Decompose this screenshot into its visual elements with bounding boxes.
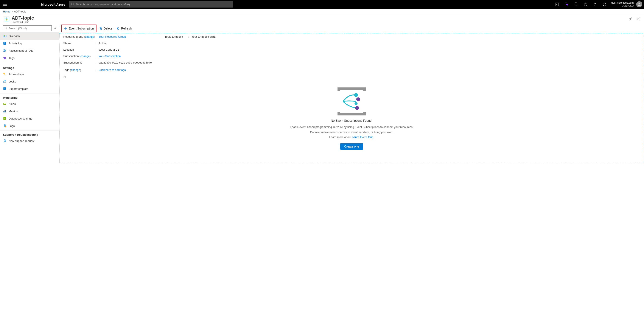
svg-point-58 <box>354 102 358 105</box>
sidebar-section-support: Support + troubleshooting <box>0 130 59 137</box>
essentials-sub-label: Subscription <box>63 54 79 58</box>
settings-gear-icon[interactable] <box>581 0 590 8</box>
essentials-location-value: West Central US <box>99 48 120 51</box>
overview-icon <box>3 34 6 38</box>
collapse-sidebar-icon[interactable] <box>53 26 57 30</box>
svg-line-20 <box>629 20 630 20</box>
empty-state-title: No Event Subscriptions Found! <box>276 119 427 122</box>
sidebar-item-export-template[interactable]: Export template <box>0 85 59 92</box>
essentials-rg-value[interactable]: Your-Resource-Group <box>99 35 126 38</box>
chevron-right-icon: › <box>12 10 13 13</box>
svg-point-57 <box>356 97 360 101</box>
cmd-label: Refresh <box>121 27 132 30</box>
sidebar-item-access-keys[interactable]: Access keys <box>0 70 59 78</box>
svg-rect-51 <box>100 28 102 30</box>
feedback-icon[interactable] <box>600 0 609 8</box>
empty-state-text-2: Connect native event sources to event ha… <box>276 130 427 134</box>
sidebar-item-label: Activity log <box>8 42 22 45</box>
essentials-endpoint-value: Your-Endpoint-URL <box>192 35 216 38</box>
svg-line-24 <box>6 29 7 29</box>
pin-icon[interactable] <box>628 16 633 22</box>
sidebar-item-alerts[interactable]: Alerts <box>0 100 59 108</box>
sidebar-item-label: Locks <box>8 80 16 83</box>
activity-log-icon <box>3 42 6 45</box>
breadcrumb: Home › ADT-topic <box>0 8 644 14</box>
help-icon[interactable] <box>590 0 599 8</box>
sidebar-search[interactable] <box>3 26 52 31</box>
delete-button[interactable]: Delete <box>97 25 114 32</box>
sidebar-item-label: Metrics <box>8 110 18 113</box>
brand-label[interactable]: Microsoft Azure <box>41 2 65 6</box>
highlight-annotation: Event Subscription <box>62 24 96 32</box>
essentials-location-label: Location <box>63 48 96 51</box>
sidebar-item-label: Diagnostic settings <box>8 117 32 120</box>
svg-rect-43 <box>4 110 5 112</box>
svg-point-34 <box>4 57 4 58</box>
cloud-shell-icon[interactable] <box>553 0 561 8</box>
svg-point-23 <box>5 27 6 29</box>
sidebar-item-label: Access keys <box>8 72 24 76</box>
sidebar: Overview Activity log Access control (IA… <box>0 24 59 163</box>
svg-point-3 <box>72 3 74 5</box>
sidebar-item-new-support-request[interactable]: New support request <box>0 137 59 144</box>
breadcrumb-current: ADT-topic <box>14 10 26 13</box>
sidebar-search-input[interactable] <box>7 27 50 30</box>
avatar-icon[interactable] <box>636 1 642 7</box>
notifications-icon[interactable] <box>572 0 580 8</box>
add-tags-link[interactable]: Click here to add tags <box>99 68 126 72</box>
svg-point-12 <box>604 4 604 4</box>
sidebar-item-overview[interactable]: Overview <box>0 32 59 40</box>
export-icon <box>3 87 6 90</box>
close-icon[interactable] <box>636 16 641 22</box>
svg-rect-42 <box>4 111 4 112</box>
learn-more-link[interactable]: Azure Event Grid <box>352 136 373 139</box>
essentials-endpoint-label: Topic Endpoint <box>165 35 188 38</box>
sidebar-item-metrics[interactable]: Metrics <box>0 108 59 115</box>
directory-filter-icon[interactable] <box>562 0 571 8</box>
empty-state: No Event Subscriptions Found! Enable eve… <box>276 88 427 150</box>
page-title: ADT-topic <box>12 16 34 21</box>
cmd-label: Event Subscription <box>69 27 94 30</box>
lock-icon <box>3 80 6 83</box>
refresh-button[interactable]: Refresh <box>114 25 134 32</box>
sidebar-item-activity-log[interactable]: Activity log <box>0 40 59 47</box>
iam-icon <box>3 49 6 52</box>
svg-rect-25 <box>3 35 6 37</box>
essentials-status-value: Active <box>99 42 106 45</box>
svg-point-56 <box>354 93 358 97</box>
collapse-essentials-icon[interactable] <box>63 75 640 78</box>
metrics-icon <box>3 110 6 113</box>
create-one-button[interactable]: Create one <box>340 143 363 150</box>
essentials-rg-label: Resource group <box>63 35 83 38</box>
user-email: user@contoso.com <box>611 2 634 4</box>
user-tenant: CONTOSO <box>611 4 634 7</box>
logs-icon <box>3 124 6 128</box>
global-search[interactable] <box>69 1 233 8</box>
essentials-subid-value: aaaa0a0a-bb1b-cc2c-dd3d-eeeeee4e4e4e <box>99 61 152 64</box>
user-account-block[interactable]: user@contoso.com CONTOSO <box>611 2 634 7</box>
diagnostics-icon <box>3 117 6 120</box>
essentials-sub-value[interactable]: Your-Subscription <box>99 54 120 58</box>
svg-point-13 <box>605 4 605 4</box>
sidebar-item-label: Alerts <box>8 102 16 106</box>
sidebar-item-tags[interactable]: Tags <box>0 54 59 62</box>
svg-point-9 <box>585 4 586 5</box>
sidebar-item-access-control[interactable]: Access control (IAM) <box>0 47 59 54</box>
svg-point-47 <box>5 126 6 127</box>
sidebar-item-label: Export template <box>8 87 28 90</box>
change-sub-link[interactable]: change <box>80 54 90 58</box>
sidebar-section-monitoring: Monitoring <box>0 93 59 100</box>
sidebar-item-locks[interactable]: Locks <box>0 78 59 85</box>
event-grid-illustration-icon <box>336 88 368 116</box>
event-subscription-button[interactable]: Event Subscription <box>62 25 96 32</box>
change-tags-link[interactable]: change <box>71 68 80 72</box>
change-rg-link[interactable]: change <box>85 35 94 38</box>
hamburger-menu-icon[interactable] <box>2 1 8 8</box>
global-search-input[interactable] <box>74 3 231 6</box>
sidebar-item-logs[interactable]: Logs <box>0 122 59 130</box>
sidebar-section-settings: Settings <box>0 64 59 70</box>
breadcrumb-home[interactable]: Home <box>3 10 10 13</box>
svg-point-32 <box>4 49 5 50</box>
event-grid-topic-icon <box>3 16 10 22</box>
sidebar-item-diagnostic-settings[interactable]: Diagnostic settings <box>0 115 59 122</box>
